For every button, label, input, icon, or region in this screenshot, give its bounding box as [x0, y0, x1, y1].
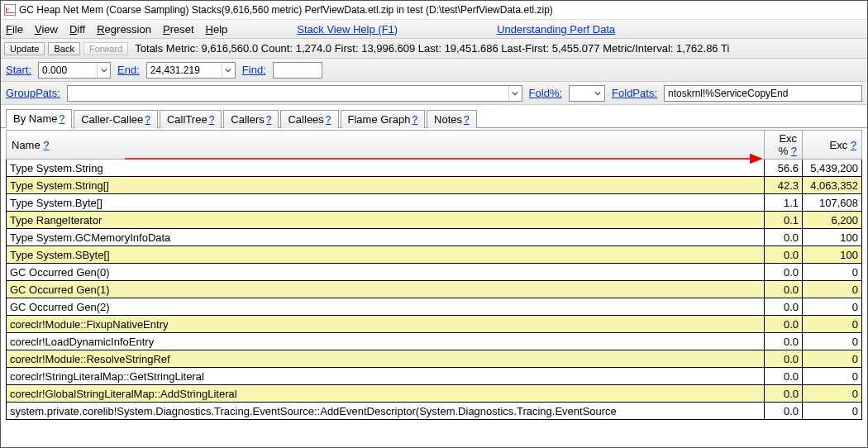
start-input[interactable] — [39, 64, 97, 76]
end-input[interactable] — [147, 64, 222, 76]
grouppats-input[interactable] — [68, 88, 508, 99]
menu-preset[interactable]: Preset — [163, 23, 194, 36]
cell-name[interactable]: system.private.corelib!System.Diagnostic… — [7, 403, 765, 420]
cell-name[interactable]: GC Occurred Gen(2) — [7, 298, 765, 316]
help-icon[interactable]: ? — [851, 139, 856, 151]
col-exc[interactable]: Exc ? — [803, 131, 862, 160]
help-icon[interactable]: ? — [791, 145, 797, 157]
cell-exc-pct[interactable]: 0.0 — [765, 403, 803, 420]
help-link[interactable]: Stack View Help (F1) — [297, 23, 398, 36]
table-row[interactable]: Type System.String[]42.34,063,352 — [7, 177, 862, 194]
cell-exc[interactable]: 0 — [803, 368, 862, 385]
chevron-down-icon[interactable] — [508, 86, 522, 101]
cell-exc-pct[interactable]: 0.0 — [765, 281, 803, 298]
help-icon[interactable]: ? — [145, 114, 150, 126]
table-row[interactable]: Type System.GCMemoryInfoData0.0100 — [7, 229, 862, 246]
help-icon[interactable]: ? — [464, 114, 470, 126]
cell-exc[interactable]: 0 — [803, 385, 862, 403]
foldpct-label[interactable]: Fold%: — [529, 87, 562, 99]
find-input[interactable] — [273, 62, 322, 79]
table-row[interactable]: coreclr!GlobalStringLiteralMap::AddStrin… — [7, 385, 862, 403]
cell-name[interactable]: Type System.GCMemoryInfoData — [7, 229, 765, 246]
cell-exc-pct[interactable]: 0.0 — [765, 333, 803, 350]
tab-flame-graph[interactable]: Flame Graph ? — [341, 110, 426, 128]
cell-exc-pct[interactable]: 0.1 — [765, 212, 803, 229]
cell-name[interactable]: coreclr!Module::ResolveStringRef — [7, 350, 765, 368]
cell-exc[interactable]: 0 — [803, 403, 862, 420]
cell-name[interactable]: coreclr!Module::FixupNativeEntry — [7, 316, 765, 333]
chevron-down-icon[interactable] — [222, 63, 235, 78]
cell-name[interactable]: GC Occurred Gen(0) — [7, 264, 765, 281]
help-icon[interactable]: ? — [59, 113, 64, 125]
cell-exc[interactable]: 0 — [803, 298, 862, 316]
cell-exc[interactable]: 100 — [803, 246, 862, 264]
cell-exc[interactable]: 5,439,200 — [803, 160, 862, 177]
cell-name[interactable]: GC Occurred Gen(1) — [7, 281, 765, 298]
foldpats-input[interactable] — [664, 85, 862, 102]
find-label[interactable]: Find: — [242, 64, 266, 76]
cell-exc[interactable]: 0 — [803, 281, 862, 298]
table-row[interactable]: GC Occurred Gen(2)0.00 — [7, 298, 862, 316]
cell-exc[interactable]: 107,608 — [803, 194, 862, 212]
grouppats-combo[interactable] — [67, 85, 522, 102]
help-icon[interactable]: ? — [266, 114, 272, 126]
tab-notes[interactable]: Notes ? — [427, 110, 477, 128]
menu-view[interactable]: View — [35, 23, 58, 36]
update-button[interactable]: Update — [4, 42, 45, 55]
help-icon[interactable]: ? — [326, 114, 331, 126]
cell-exc-pct[interactable]: 42.3 — [765, 177, 803, 194]
table-row[interactable]: Type RangeIterator0.16,200 — [7, 212, 862, 229]
cell-name[interactable]: Type System.String — [7, 160, 765, 177]
cell-exc-pct[interactable]: 0.0 — [765, 350, 803, 368]
help-icon[interactable]: ? — [209, 114, 215, 126]
cell-exc[interactable]: 100 — [803, 229, 862, 246]
tab-calltree[interactable]: CallTree ? — [160, 110, 222, 128]
help-icon[interactable]: ? — [412, 114, 417, 126]
tab-by-name[interactable]: By Name ? — [6, 109, 72, 128]
cell-exc[interactable]: 0 — [803, 333, 862, 350]
data-grid[interactable]: Name ? Exc % ? Exc ? Type System.String5… — [6, 130, 862, 420]
cell-name[interactable]: coreclr!LoadDynamicInfoEntry — [7, 333, 765, 350]
table-row[interactable]: coreclr!StringLiteralMap::GetStringLiter… — [7, 368, 862, 385]
start-combo[interactable] — [38, 62, 111, 79]
end-combo[interactable] — [146, 62, 236, 79]
cell-exc-pct[interactable]: 1.1 — [765, 194, 803, 212]
tab-callers[interactable]: Callers ? — [223, 110, 279, 128]
perf-link[interactable]: Understanding Perf Data — [497, 23, 615, 36]
table-row[interactable]: GC Occurred Gen(1)0.00 — [7, 281, 862, 298]
chevron-down-icon[interactable] — [591, 86, 604, 101]
cell-exc[interactable]: 4,063,352 — [803, 177, 862, 194]
menu-file[interactable]: File — [6, 23, 23, 36]
help-icon[interactable]: ? — [43, 139, 49, 151]
table-row[interactable]: coreclr!Module::FixupNativeEntry0.00 — [7, 316, 862, 333]
table-row[interactable]: Type System.String56.65,439,200 — [7, 160, 862, 177]
cell-name[interactable]: Type System.SByte[] — [7, 246, 765, 264]
table-row[interactable]: Type System.SByte[]0.0100 — [7, 246, 862, 264]
cell-exc-pct[interactable]: 0.0 — [765, 316, 803, 333]
tab-callees[interactable]: Callees ? — [280, 110, 338, 128]
cell-name[interactable]: Type System.String[] — [7, 177, 765, 194]
col-exc-pct[interactable]: Exc % ? — [765, 131, 803, 160]
cell-exc[interactable]: 6,200 — [803, 212, 862, 229]
cell-name[interactable]: Type RangeIterator — [7, 212, 765, 229]
table-row[interactable]: coreclr!LoadDynamicInfoEntry0.00 — [7, 333, 862, 350]
cell-exc[interactable]: 0 — [803, 316, 862, 333]
cell-exc[interactable]: 0 — [803, 264, 862, 281]
start-label[interactable]: Start: — [6, 64, 31, 76]
cell-exc[interactable]: 0 — [803, 350, 862, 368]
cell-exc-pct[interactable]: 0.0 — [765, 368, 803, 385]
back-button[interactable]: Back — [48, 42, 79, 55]
table-row[interactable]: coreclr!Module::ResolveStringRef0.00 — [7, 350, 862, 368]
menu-regression[interactable]: Regression — [97, 23, 151, 36]
cell-exc-pct[interactable]: 0.0 — [765, 229, 803, 246]
cell-exc-pct[interactable]: 56.6 — [765, 160, 803, 177]
cell-exc-pct[interactable]: 0.0 — [765, 385, 803, 403]
table-row[interactable]: GC Occurred Gen(0)0.00 — [7, 264, 862, 281]
col-name[interactable]: Name ? — [7, 131, 765, 160]
cell-exc-pct[interactable]: 0.0 — [765, 246, 803, 264]
table-row[interactable]: system.private.corelib!System.Diagnostic… — [7, 403, 862, 420]
end-label[interactable]: End: — [117, 64, 140, 76]
cell-exc-pct[interactable]: 0.0 — [765, 298, 803, 316]
foldpats-label[interactable]: FoldPats: — [612, 87, 657, 99]
cell-exc-pct[interactable]: 0.0 — [765, 264, 803, 281]
